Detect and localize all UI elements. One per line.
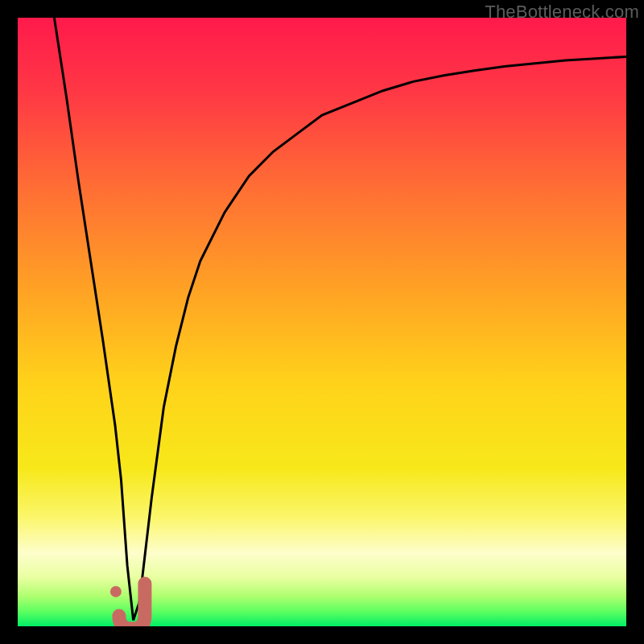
marker-dot	[110, 586, 122, 597]
chart-stage: TheBottleneck.com	[0, 0, 644, 644]
plot-area	[18, 18, 626, 626]
chart-lines-layer	[18, 18, 626, 626]
optimal-marker	[110, 584, 145, 626]
bottleneck-curve	[54, 18, 626, 620]
